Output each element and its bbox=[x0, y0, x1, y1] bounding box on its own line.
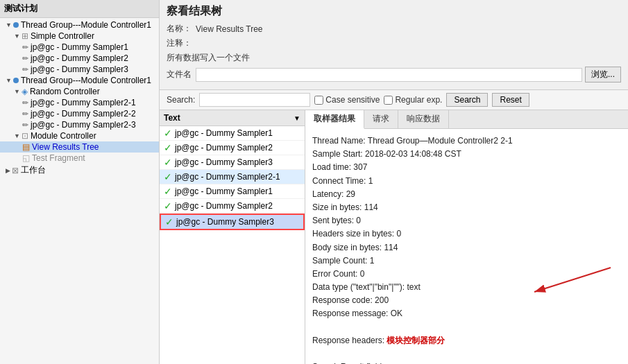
tree-item-label: Test Fragment bbox=[32, 153, 85, 163]
fragment-icon: ◱ bbox=[22, 153, 30, 163]
tree-item-sc1[interactable]: ▼ ⊞ Simple Controller bbox=[0, 31, 159, 42]
dropdown-arrow-icon[interactable]: ▼ bbox=[294, 114, 300, 122]
tree-item-s22[interactable]: ✏ jp@gc - Dummy Sampler2-2 bbox=[0, 108, 159, 119]
detail-content: Thread Name: Thread Group—Module Control… bbox=[305, 129, 628, 364]
reset-button[interactable]: Reset bbox=[492, 93, 529, 107]
simple-controller-icon: ⊞ bbox=[22, 31, 28, 41]
regular-exp-label[interactable]: Regular exp. bbox=[384, 95, 442, 105]
success-icon: ✓ bbox=[164, 200, 172, 211]
detail-line: Latency: 29 bbox=[312, 188, 621, 201]
result-item-label: jp@gc - Dummy Sampler1 bbox=[175, 128, 273, 138]
view-results-icon: ▤ bbox=[22, 142, 30, 152]
tree-item-rc1[interactable]: ▼ ◈ Random Controller bbox=[0, 86, 159, 97]
search-button[interactable]: Search bbox=[446, 93, 488, 107]
detail-line: Connect Time: 1 bbox=[312, 175, 621, 188]
detail-line: Thread Name: Thread Group—Module Control… bbox=[312, 135, 621, 148]
detail-line: Sample Start: 2018-02-03 14:08:48 CST bbox=[312, 148, 621, 161]
expand-icon: ▼ bbox=[14, 132, 20, 139]
detail-line bbox=[312, 321, 621, 334]
tree-item-label: jp@gc - Dummy Sampler2 bbox=[31, 53, 128, 63]
tree-item-s21[interactable]: ✏ jp@gc - Dummy Sampler2-1 bbox=[0, 97, 159, 108]
detail-line: SampleResult fields: bbox=[312, 361, 621, 364]
write-label: 所有数据写入一个文件 bbox=[167, 52, 250, 64]
sampler-icon: ✏ bbox=[22, 110, 28, 119]
result-item-label: jp@gc - Dummy Sampler2 bbox=[175, 201, 273, 211]
expand-icon: ▼ bbox=[14, 33, 20, 40]
tree-item-label: Thread Group---Module Controller1 bbox=[21, 76, 151, 85]
success-icon: ✓ bbox=[164, 142, 172, 153]
annotation-label: 模块控制器部分 bbox=[387, 336, 445, 345]
result-item[interactable]: ✓ jp@gc - Dummy Sampler2 bbox=[160, 199, 305, 214]
tree-item-mc1[interactable]: ▼ ⊡ Module Controller bbox=[0, 130, 159, 141]
workbench-icon: ⊠ bbox=[12, 166, 19, 175]
expand-icon: ▼ bbox=[6, 77, 12, 84]
name-value: View Results Tree bbox=[196, 24, 263, 34]
result-item-bold[interactable]: ✓ jp@gc - Dummy Sampler2-1 bbox=[160, 170, 305, 184]
success-icon: ✓ bbox=[164, 128, 172, 139]
tree-item-tf1[interactable]: ◱ Test Fragment bbox=[0, 153, 159, 164]
result-item[interactable]: ✓ jp@gc - Dummy Sampler1 bbox=[160, 184, 305, 199]
tree-item-s23[interactable]: ✏ jp@gc - Dummy Sampler2-3 bbox=[0, 119, 159, 130]
regular-exp-text: Regular exp. bbox=[395, 95, 442, 105]
tree-item-s3[interactable]: ✏ jp@gc - Dummy Sampler3 bbox=[0, 64, 159, 75]
red-arrow-svg bbox=[527, 261, 618, 302]
sampler-icon: ✏ bbox=[22, 43, 28, 52]
result-item-label: jp@gc - Dummy Sampler3 bbox=[175, 157, 273, 167]
detail-line: Load time: 307 bbox=[312, 161, 621, 174]
tree-area: ▼ Thread Group---Module Controller1 ▼ ⊞ … bbox=[0, 18, 159, 364]
tree-item-label: jp@gc - Dummy Sampler2-3 bbox=[31, 120, 136, 130]
detail-line: Sent bytes: 0 bbox=[312, 214, 621, 227]
thread-group-icon bbox=[13, 78, 19, 83]
tree-item-label: jp@gc - Dummy Sampler2-1 bbox=[31, 98, 136, 107]
detail-line: Headers size in bytes: 0 bbox=[312, 227, 621, 241]
result-item-selected[interactable]: ✓ jp@gc - Dummy Sampler3 bbox=[160, 214, 305, 230]
tree-item-label: Thread Group---Module Controller1 bbox=[21, 20, 151, 30]
tab-response-data[interactable]: 响应数据 bbox=[398, 110, 449, 128]
result-list-panel: Text ▼ ✓ jp@gc - Dummy Sampler1 ✓ jp@gc … bbox=[160, 110, 305, 364]
result-item[interactable]: ✓ jp@gc - Dummy Sampler1 bbox=[160, 126, 305, 141]
name-label: 名称： bbox=[167, 23, 196, 35]
detail-line: Size in bytes: 114 bbox=[312, 201, 621, 214]
module-controller-icon: ⊡ bbox=[22, 131, 28, 141]
file-input[interactable] bbox=[196, 68, 582, 82]
search-bar: Search: Case sensitive Regular exp. Sear… bbox=[160, 90, 628, 110]
case-sensitive-text: Case sensitive bbox=[325, 95, 380, 105]
success-icon: ✓ bbox=[164, 157, 172, 168]
tree-item-label: jp@gc - Dummy Sampler3 bbox=[31, 64, 128, 74]
result-item[interactable]: ✓ jp@gc - Dummy Sampler2 bbox=[160, 141, 305, 155]
result-item-label: jp@gc - Dummy Sampler2 bbox=[175, 143, 273, 153]
tree-item-label: jp@gc - Dummy Sampler1 bbox=[31, 42, 128, 52]
tree-item-s1[interactable]: ✏ jp@gc - Dummy Sampler1 bbox=[0, 42, 159, 53]
detail-line bbox=[312, 347, 621, 361]
browse-button[interactable]: 浏览... bbox=[585, 67, 621, 83]
tab-request[interactable]: 请求 bbox=[364, 110, 398, 128]
random-controller-icon: ◈ bbox=[22, 87, 28, 96]
tree-item-vrt[interactable]: ▤ View Results Tree bbox=[0, 141, 159, 153]
main-content: Text ▼ ✓ jp@gc - Dummy Sampler1 ✓ jp@gc … bbox=[160, 110, 628, 364]
tree-item-wb[interactable]: ▶ ⊠ 工作台 bbox=[0, 164, 159, 177]
tree-item-tg2[interactable]: ▼ Thread Group---Module Controller1 bbox=[0, 75, 159, 86]
tree-item-label: View Results Tree bbox=[32, 142, 99, 152]
case-sensitive-label[interactable]: Case sensitive bbox=[314, 95, 380, 105]
result-list: ✓ jp@gc - Dummy Sampler1 ✓ jp@gc - Dummy… bbox=[160, 126, 305, 364]
file-label: 文件名 bbox=[167, 69, 196, 80]
result-list-header-text: Text bbox=[164, 113, 180, 123]
tree-item-tg1[interactable]: ▼ Thread Group---Module Controller1 bbox=[0, 19, 159, 31]
regular-exp-checkbox[interactable] bbox=[384, 96, 393, 105]
result-item-label: jp@gc - Dummy Sampler1 bbox=[175, 187, 273, 196]
tab-sampler-result[interactable]: 取样器结果 bbox=[305, 110, 364, 129]
tree-item-label: Simple Controller bbox=[31, 31, 94, 41]
tree-item-s2[interactable]: ✏ jp@gc - Dummy Sampler2 bbox=[0, 53, 159, 64]
search-input[interactable] bbox=[199, 93, 310, 107]
success-icon: ✓ bbox=[164, 186, 172, 197]
expand-icon: ▼ bbox=[14, 88, 20, 95]
case-sensitive-checkbox[interactable] bbox=[314, 96, 323, 105]
result-item-label: jp@gc - Dummy Sampler2-1 bbox=[175, 172, 280, 182]
panel-title: 察看结果树 bbox=[167, 4, 621, 19]
tree-item-label: jp@gc - Dummy Sampler2-2 bbox=[31, 109, 136, 119]
left-panel-header: 测试计划 bbox=[0, 0, 159, 18]
sampler-icon: ✏ bbox=[22, 121, 28, 130]
result-item[interactable]: ✓ jp@gc - Dummy Sampler3 bbox=[160, 155, 305, 170]
detail-panel: 取样器结果 请求 响应数据 Thread Name: Thread Group—… bbox=[305, 110, 628, 364]
success-icon: ✓ bbox=[164, 171, 172, 182]
